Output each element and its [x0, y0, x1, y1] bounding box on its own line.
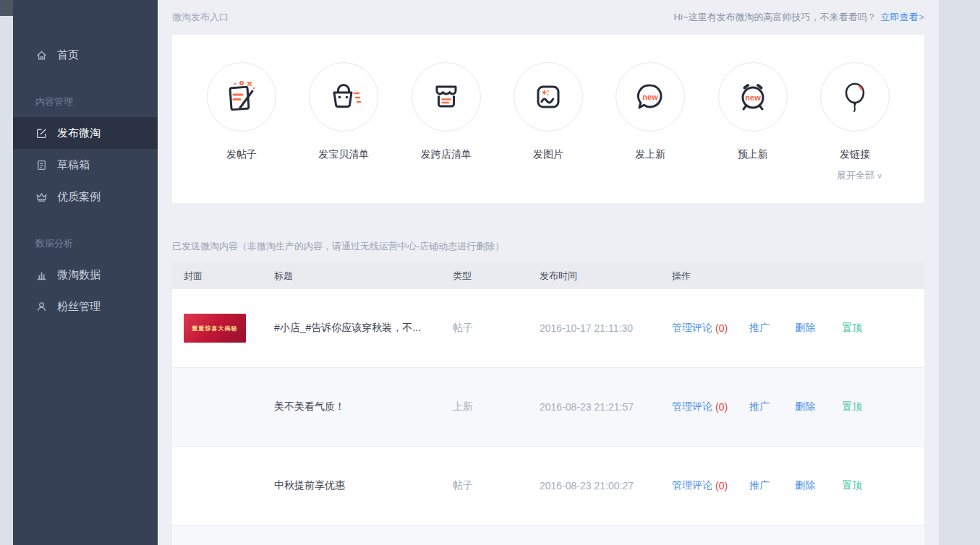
sidebar-item-label: 粉丝管理: [57, 300, 101, 314]
row-publish-time: 2016-08-23 21:21:57: [540, 401, 672, 413]
row-title: 中秋提前享优惠: [274, 479, 453, 492]
entry-label: 预上新: [717, 148, 789, 161]
comment-count: (0): [715, 401, 728, 413]
entry-item-list[interactable]: 发宝贝清单: [307, 62, 380, 161]
publish-entry-row: 发帖子 发宝贝清单: [205, 62, 891, 161]
cross-shop-list-icon: [412, 62, 481, 132]
manage-comments-link[interactable]: 管理评论: [672, 479, 712, 492]
sidebar-item-publish[interactable]: 发布微淘: [13, 117, 158, 149]
row-publish-time: 2016-08-23 21:00:27: [540, 480, 672, 492]
row-type: 帖子: [453, 322, 540, 335]
sidebar-item-label: 微淘数据: [57, 268, 101, 282]
col-header-title: 标题: [274, 270, 453, 283]
delete-link[interactable]: 删除: [795, 479, 815, 492]
entry-pre-new[interactable]: new 预上新: [717, 62, 789, 161]
entry-label: 发图片: [512, 148, 584, 161]
col-header-action: 操作: [672, 270, 924, 283]
promo-text: Hi~这里有发布微淘的高富帅技巧，不来看看吗？: [674, 12, 877, 22]
entry-link[interactable]: 发链接: [819, 62, 891, 161]
pre-new-icon: new: [718, 62, 788, 132]
main-content: 微淘发布入口 Hi~这里有发布微淘的高富帅技巧，不来看看吗？立即查看>: [158, 0, 939, 545]
page-title: 微淘发布入口: [172, 11, 229, 24]
sent-section-title: 已发送微淘内容（非微淘生产的内容，请通过无线运营中心-店铺动态进行删除）: [172, 240, 924, 253]
expand-all-label: 展开全部: [837, 170, 874, 181]
draft-icon: [35, 159, 48, 171]
pin-top-link[interactable]: 置顶: [842, 479, 862, 492]
entry-label: 发帖子: [205, 148, 278, 161]
topbar: 微淘发布入口 Hi~这里有发布微淘的高富帅技巧，不来看看吗？立即查看>: [172, 11, 924, 24]
right-gutter: [939, 0, 980, 545]
link-icon: [820, 62, 890, 132]
delete-link[interactable]: 删除: [795, 322, 815, 335]
sidebar: 首页 内容管理 发布微淘 草稿箱: [13, 0, 158, 545]
chevron-right-icon: >: [919, 12, 924, 22]
home-icon: [35, 49, 48, 61]
table-row-partial: [172, 525, 924, 545]
expand-all-button[interactable]: 展开全部∨: [205, 169, 891, 182]
sidebar-item-label: 发布微淘: [57, 126, 101, 140]
chevron-down-icon: ∨: [877, 171, 882, 180]
fans-icon: [35, 301, 48, 313]
promo-banner: Hi~这里有发布微淘的高富帅技巧，不来看看吗？立即查看>: [674, 11, 924, 24]
comment-count: (0): [715, 322, 728, 334]
col-header-time: 发布时间: [540, 270, 672, 283]
entry-label: 发链接: [819, 148, 891, 161]
table-row: 重重惊喜大揭秘 #小店_#告诉你应该穿秋装，不... 帖子 2016-10-17…: [172, 289, 924, 368]
sent-table: 封面 标题 类型 发布时间 操作 重重惊喜大揭秘 #小店_#告诉你应该穿秋装，不…: [172, 262, 924, 545]
sidebar-item-home[interactable]: 首页: [13, 39, 158, 71]
image-icon: [514, 62, 583, 132]
cover-banner-text: 重重惊喜大揭秘: [192, 325, 238, 332]
entry-label: 发跨店清单: [410, 148, 482, 161]
row-type: 帖子: [453, 479, 540, 492]
sidebar-item-drafts[interactable]: 草稿箱: [13, 149, 158, 181]
entry-post[interactable]: 发帖子: [205, 62, 278, 161]
entry-label: 发宝贝清单: [307, 148, 380, 161]
row-type: 上新: [453, 400, 540, 413]
promo-view-link[interactable]: 立即查看: [880, 12, 918, 22]
row-title: 美不美看气质！: [274, 400, 453, 413]
manage-comments-link[interactable]: 管理评论: [672, 400, 712, 413]
svg-text:new: new: [643, 93, 659, 101]
chart-icon: [35, 269, 48, 281]
table-row: 中秋提前享优惠 帖子 2016-08-23 21:00:27 管理评论 (0) …: [172, 447, 924, 525]
sidebar-item-cases[interactable]: 优质案例: [13, 181, 158, 213]
post-icon: [207, 62, 276, 132]
new-arrival-icon: new: [615, 62, 685, 132]
cover-thumbnail[interactable]: 重重惊喜大揭秘: [184, 314, 246, 343]
app-window: 首页 内容管理 发布微淘 草稿箱: [0, 0, 980, 545]
sidebar-item-weitao-data[interactable]: 微淘数据: [13, 259, 158, 291]
manage-comments-link[interactable]: 管理评论: [672, 322, 712, 335]
crown-icon: [35, 191, 48, 203]
pin-top-link[interactable]: 置顶: [842, 400, 862, 413]
promote-link[interactable]: 推广: [749, 322, 770, 335]
comment-count: (0): [715, 480, 728, 492]
pin-top-link[interactable]: 置顶: [842, 322, 862, 335]
left-gutter-notch: [0, 0, 13, 16]
sidebar-item-label: 首页: [57, 48, 79, 62]
promote-link[interactable]: 推广: [749, 479, 770, 492]
delete-link[interactable]: 删除: [795, 400, 815, 413]
promote-link[interactable]: 推广: [749, 400, 770, 413]
item-list-icon: [309, 62, 378, 132]
sidebar-section-content: 内容管理: [13, 71, 158, 117]
sidebar-item-label: 草稿箱: [57, 158, 90, 172]
table-header: 封面 标题 类型 发布时间 操作: [172, 262, 924, 289]
entry-image[interactable]: 发图片: [512, 62, 584, 161]
col-header-type: 类型: [453, 270, 540, 283]
svg-text:new: new: [745, 93, 761, 102]
sidebar-item-label: 优质案例: [57, 190, 101, 204]
row-title: #小店_#告诉你应该穿秋装，不...: [274, 322, 453, 335]
col-header-cover: 封面: [172, 270, 274, 283]
row-publish-time: 2016-10-17 21:11:30: [540, 322, 672, 334]
sidebar-section-data: 数据分析: [13, 213, 158, 259]
publish-icon: [35, 127, 48, 140]
table-row: 美不美看气质！ 上新 2016-08-23 21:21:57 管理评论 (0) …: [172, 368, 924, 447]
entry-label: 发上新: [614, 148, 686, 161]
entry-new-arrival[interactable]: new 发上新: [614, 62, 686, 161]
publish-entry-panel: 发帖子 发宝贝清单: [172, 35, 924, 203]
entry-cross-shop-list[interactable]: 发跨店清单: [410, 62, 482, 161]
sidebar-item-fans[interactable]: 粉丝管理: [13, 291, 158, 322]
left-gutter: [0, 0, 13, 545]
